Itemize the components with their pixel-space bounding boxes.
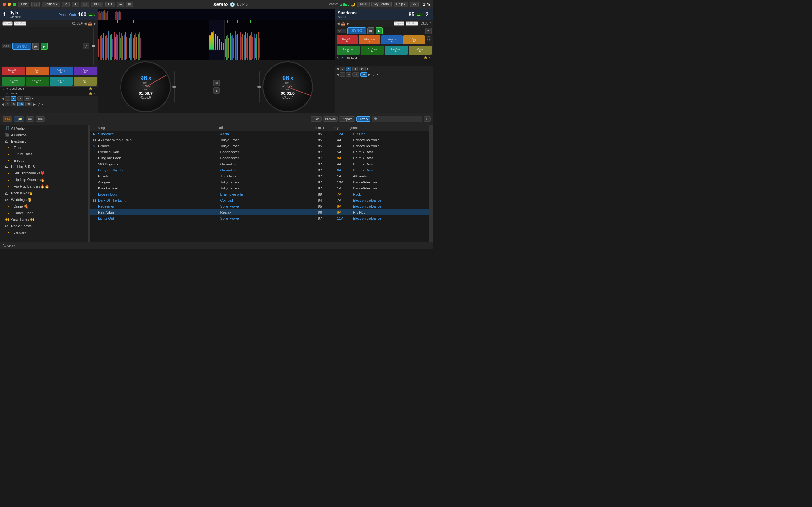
- loop1-close-btn[interactable]: ✕: [94, 87, 96, 90]
- deck1-hotcue-2[interactable]: Intro: [26, 66, 49, 75]
- track-row[interactable]: ▮▮ Dark Of The Light Comball 94 7A Elect…: [90, 198, 429, 204]
- deck2-hotcue-2[interactable]: 8 bar Intro: [359, 36, 380, 44]
- track-row[interactable]: ▷ Echoes Tokyo Prose 85 4A Dance/Electro…: [90, 143, 429, 149]
- col-key-header[interactable]: key: [334, 126, 350, 130]
- deck1-beat-nav-right[interactable]: ▶: [32, 97, 34, 100]
- sidebar-dinner[interactable]: ▪ Dinner🍕: [0, 203, 89, 210]
- deck2-beat2-nav-left[interactable]: ◀: [337, 73, 339, 76]
- sidebar-hiphop-openers[interactable]: ▪ Hip Hop Openers🔥: [0, 176, 89, 183]
- deck2-loop1-refresh[interactable]: ↻: [337, 56, 340, 59]
- help-button[interactable]: Help ▾: [394, 2, 408, 7]
- detail-view-btn[interactable]: ⊞≡: [36, 116, 45, 122]
- deck2-repeat-btn[interactable]: Repeat: [394, 21, 404, 26]
- track-row[interactable]: Filthy - Filthy Joe Grenadesafe 87 6A Dr…: [90, 167, 429, 173]
- sidebar-party-tunes[interactable]: 🙌 Party Tunes 🙌: [0, 216, 89, 223]
- col-song-header[interactable]: song: [98, 126, 218, 130]
- search-close-btn[interactable]: ✕: [424, 116, 431, 122]
- deck2-sync-btn[interactable]: SYNC: [347, 27, 366, 34]
- deck1-loop-mode-icon[interactable]: ⇌: [38, 103, 40, 106]
- deck2-loop1-lock[interactable]: 🔒: [424, 56, 427, 59]
- col-artist-header[interactable]: artist: [218, 126, 315, 130]
- prepare-tab[interactable]: Prepare: [339, 116, 355, 122]
- deck2-play-btn[interactable]: ▶: [375, 27, 383, 34]
- deck2-editgrid-btn[interactable]: Edit Grid: [406, 21, 418, 26]
- col-genre-header[interactable]: genre: [350, 126, 422, 130]
- deck2-loop1-close[interactable]: ✕: [428, 56, 431, 59]
- deck1-pitch-slider[interactable]: [90, 27, 97, 65]
- deck1-beat-nav-left[interactable]: ◀: [2, 97, 4, 100]
- deck2-hotcue-4[interactable]: Drop: [403, 36, 425, 44]
- close-btn[interactable]: [3, 3, 6, 6]
- loop1-refresh-icon[interactable]: ↻: [2, 87, 5, 90]
- deck1-editgrid-btn[interactable]: Edit Grid: [14, 21, 26, 26]
- deck2-off-btn[interactable]: OFF: [337, 29, 346, 33]
- col-bpm-header[interactable]: bpm: [315, 126, 334, 130]
- deck1-hotcue-4[interactable]: Drop: [73, 66, 97, 75]
- deck1-beat2-4[interactable]: 4: [5, 102, 10, 107]
- deck2-beat2-8[interactable]: 8: [346, 72, 351, 77]
- track-row[interactable]: 500 Degrees Grenadesafe 87 4A Drum & Bas…: [90, 161, 429, 167]
- rec-button[interactable]: REC: [91, 2, 103, 7]
- loop2-close-btn[interactable]: ✕: [94, 92, 96, 95]
- track-row[interactable]: Lights Out Solar Flower 97 11A Electroni…: [90, 216, 429, 222]
- deck2-beat-nav-left[interactable]: ◀: [337, 67, 339, 70]
- deck1-off-btn[interactable]: OFF: [2, 44, 11, 49]
- sidebar-radio-shows-folder[interactable]: 🗂 Radio Shows: [0, 223, 89, 229]
- deck2-beat-nav-right[interactable]: ▶: [367, 67, 369, 70]
- deck1-beat2-8[interactable]: 8: [11, 102, 16, 107]
- list-view-btn[interactable]: ≡≡: [26, 116, 34, 122]
- sidebar-rnb-throwbacks[interactable]: ▪ RnB Throwbacks❤️: [0, 170, 89, 176]
- track-row[interactable]: Evening Dark Bobabacker 87 5A Drum & Bas…: [90, 149, 429, 155]
- deck1-hotcue-7[interactable]: Outro: [50, 77, 73, 86]
- deck2-hotcue-7[interactable]: Last Drop: [385, 46, 408, 55]
- scroll-down-arrow[interactable]: ▼: [429, 239, 433, 241]
- deck2-loop-icon[interactable]: ⇌: [425, 27, 432, 34]
- deck2-beat-2[interactable]: 2: [340, 66, 345, 71]
- sidebar-electronic-folder[interactable]: 🗂 Electronic: [0, 138, 89, 145]
- deck1-platter[interactable]: 96.8 REL -3.2% ±8 01:58.7 01:55.6: [120, 61, 171, 112]
- deck1-beat-8[interactable]: 8: [17, 96, 23, 101]
- headphone2-icon-btn[interactable]: 🎧: [81, 2, 89, 7]
- track-row[interactable]: Apogee Tokyo Prose 87 10A Dance/Electron…: [90, 179, 429, 185]
- sidebar-future-bass[interactable]: ▪ Future Bass: [0, 151, 89, 157]
- sidebar-electro[interactable]: ▪ Electro: [0, 157, 89, 164]
- deck2-add-loop-btn[interactable]: +: [337, 61, 339, 65]
- track-row[interactable]: Redeemer Solar Flower 95 8A Electronica/…: [90, 204, 429, 210]
- sidebar-hiphop-folder[interactable]: 🗂 Hip Hop & RnB: [0, 164, 89, 170]
- deck1-hotcue-3[interactable]: Build Up: [50, 66, 73, 75]
- deck1-hotcue-1[interactable]: Down Bea: [2, 66, 25, 75]
- deck2-loop1-arrow[interactable]: ⟳: [341, 56, 344, 59]
- deck1-beat-4[interactable]: 4: [11, 96, 16, 101]
- right-scrollbar[interactable]: ▲ ▼: [429, 125, 433, 242]
- up-arrow-btn[interactable]: ▲: [213, 88, 220, 94]
- deck2-beat2-nav-right[interactable]: ▶: [368, 73, 370, 76]
- deck1-beat2-nav-right[interactable]: ▶: [33, 103, 36, 106]
- sidebar-hiphop-bangers[interactable]: ▪ Hip Hop Bangers🔥🔥: [0, 183, 89, 190]
- deck1-repeat-btn[interactable]: Repeat: [2, 21, 13, 26]
- link-button[interactable]: Link: [18, 2, 30, 7]
- track-row[interactable]: Loosey Lucy Brain over a hill 89 7A Rock: [90, 191, 429, 198]
- deck2-prev-btn[interactable]: ◀: [337, 22, 340, 25]
- deck1-beat-16[interactable]: 16: [24, 96, 31, 101]
- deck1-play-btn[interactable]: ▶: [41, 43, 48, 50]
- deck2-beat-16[interactable]: 16: [359, 66, 366, 71]
- deck1-next-btn[interactable]: ▶: [94, 22, 96, 25]
- deck2-hotcue-1[interactable]: Down Bea: [337, 36, 358, 44]
- midi-button[interactable]: MIDI: [357, 2, 369, 7]
- deck1-beat2-32[interactable]: 32: [26, 102, 32, 107]
- track-row[interactable]: Real Vibin Realax 96 8A Hip Hop: [90, 210, 429, 216]
- fx-button[interactable]: FX: [105, 2, 115, 7]
- sidebar-january[interactable]: ▪ January: [0, 229, 89, 235]
- headphone-icon-btn[interactable]: 🎧: [32, 2, 40, 7]
- deck2-beat2-32[interactable]: 32: [360, 72, 367, 77]
- sidebar-weddings-folder[interactable]: 🗂 Weddings 👸: [0, 196, 89, 203]
- track-row[interactable]: ▶ Sundance Asala 85 12A Hip Hop: [90, 131, 429, 137]
- history-tab[interactable]: History: [356, 116, 370, 122]
- deck1-loop-icon[interactable]: ⇌: [83, 43, 89, 49]
- deck1-prev-track-btn[interactable]: ⏮: [32, 43, 39, 50]
- deck2-hotcue-8[interactable]: Outro: [409, 46, 432, 55]
- sidebar-dance-floor[interactable]: ▪ Dance Floor: [0, 210, 89, 216]
- deck2-hotcue-3[interactable]: Vocal In: [381, 36, 403, 44]
- track-row[interactable]: Bring me Back Bobabacker 87 8A Drum & Ba…: [90, 155, 429, 161]
- crossfader-icon-btn[interactable]: ⇆: [117, 2, 124, 7]
